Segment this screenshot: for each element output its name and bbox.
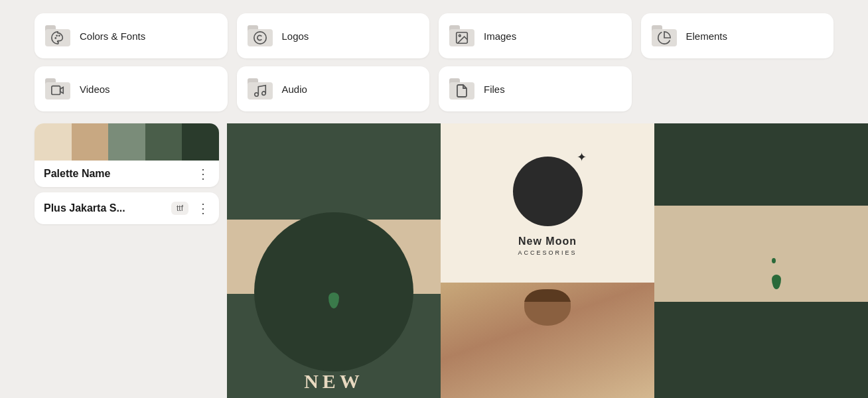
svg-point-3 [253,32,265,44]
svg-rect-6 [52,86,60,95]
palette-menu-button[interactable]: ⋮ [196,167,210,180]
gem-3-top [772,258,776,263]
swatch-3 [108,123,145,161]
app-container: Colors & Fonts Logos [0,0,868,398]
fashion-circle-1 [254,212,413,371]
image-icon [455,31,469,45]
svg-point-2 [58,34,60,36]
palette-card[interactable]: Palette Name ⋮ [35,123,219,187]
logo-sub: ACCESORIES [518,249,577,256]
folder-icon-colors [45,25,70,46]
folder-videos[interactable]: Videos [35,66,228,111]
swatch-1 [35,123,72,161]
folder-icon-audio [248,78,273,100]
folder-icon-logos [248,25,273,46]
folder-icon-files [449,78,474,100]
folder-files-label: Files [484,84,505,95]
folders-section: Colors & Fonts Logos [0,0,868,118]
logo-circle [513,157,583,226]
folder-elements-label: Elements [686,31,728,42]
bottom-section: Palette Name ⋮ Plus Jakarta S... ttf ⋮ [0,118,868,398]
file-icon [456,84,468,98]
logo-circle-wrapper: ✦ [513,157,583,226]
svg-point-5 [459,34,461,36]
folder-row-1: Colors & Fonts Logos [35,13,833,58]
folder-logos[interactable]: Logos [237,13,430,58]
assets-panel: Palette Name ⋮ Plus Jakarta S... ttf ⋮ [35,123,227,398]
folder-videos-label: Videos [80,84,110,95]
folder-elements[interactable]: Elements [641,13,834,58]
image-panel-3 [654,123,868,398]
folder-logos-label: Logos [282,31,309,42]
folder-audio-label: Audio [282,84,307,95]
swatch-2 [72,123,109,161]
image-gallery: NEW ✦ New Moon ACCESORIES [227,123,868,398]
fashion-text-1: NEW [227,370,441,393]
logo-brand: New Moon [518,235,577,247]
palette-swatches [35,123,219,161]
font-menu-button[interactable]: ⋮ [196,202,210,215]
folder-row-2: Videos Audio [35,66,833,111]
image-panel-2: ✦ New Moon ACCESORIES [441,123,654,398]
font-name: Plus Jakarta S... [44,202,163,214]
folder-icon-videos [45,78,70,100]
palette-icon [50,31,65,45]
video-icon [50,84,65,98]
folder-images-label: Images [484,31,516,42]
folder-colors-fonts[interactable]: Colors & Fonts [35,13,228,58]
font-badge: ttf [171,202,188,215]
folder-icon-images [449,25,474,46]
image-panel-1: NEW [227,123,441,398]
folder-colors-fonts-label: Colors & Fonts [80,31,145,42]
swatch-4 [145,123,182,161]
fashion-bg-3 [654,123,868,398]
music-icon [253,84,267,98]
svg-point-1 [56,34,58,36]
folder-files[interactable]: Files [439,66,632,111]
logo-star: ✦ [577,150,587,165]
svg-point-7 [254,93,258,97]
folder-audio[interactable]: Audio [237,66,430,111]
folder-icon-elements [652,25,677,46]
palette-name: Palette Name [44,168,111,180]
folder-images[interactable]: Images [439,13,632,58]
logo-section: ✦ New Moon ACCESORIES [441,123,654,283]
pie-icon [657,31,672,45]
svg-point-8 [261,92,265,96]
font-card[interactable]: Plus Jakarta S... ttf ⋮ [35,192,219,224]
palette-info: Palette Name ⋮ [35,161,219,187]
hat-person-section [441,283,654,398]
swatch-5 [182,123,219,161]
copyright-icon [253,31,267,45]
svg-point-0 [54,37,56,39]
